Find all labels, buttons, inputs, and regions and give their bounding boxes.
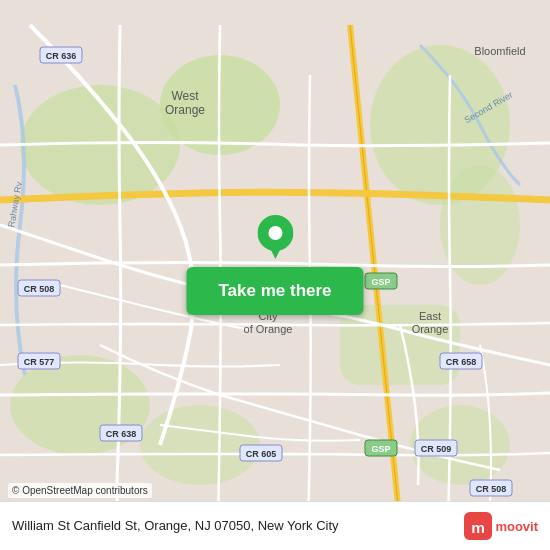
take-me-there-button[interactable]: Take me there bbox=[186, 267, 363, 315]
svg-text:of Orange: of Orange bbox=[244, 323, 293, 335]
svg-rect-5 bbox=[340, 305, 460, 385]
osm-credit: © OpenStreetMap contributors bbox=[8, 483, 152, 498]
svg-text:CR 577: CR 577 bbox=[24, 357, 55, 367]
svg-point-39 bbox=[268, 226, 282, 240]
svg-text:CR 636: CR 636 bbox=[46, 51, 77, 61]
location-panel: William St Canfield St, Orange, NJ 07050… bbox=[0, 501, 550, 550]
svg-text:CR 509: CR 509 bbox=[421, 444, 452, 454]
svg-marker-40 bbox=[267, 243, 283, 259]
svg-text:GSP: GSP bbox=[371, 277, 390, 287]
moovit-text: moovit bbox=[495, 519, 538, 534]
svg-text:Orange: Orange bbox=[165, 103, 205, 117]
location-address: William St Canfield St, Orange, NJ 07050… bbox=[12, 518, 339, 535]
moovit-logo: m moovit bbox=[464, 512, 538, 540]
osm-credit-text: © OpenStreetMap contributors bbox=[12, 485, 148, 496]
location-text-area: William St Canfield St, Orange, NJ 07050… bbox=[12, 518, 464, 535]
svg-text:East: East bbox=[419, 310, 441, 322]
svg-text:West: West bbox=[171, 89, 199, 103]
moovit-logo-icon: m bbox=[464, 512, 492, 540]
svg-text:CR 508: CR 508 bbox=[24, 284, 55, 294]
svg-text:CR 638: CR 638 bbox=[106, 429, 137, 439]
svg-text:Orange: Orange bbox=[412, 323, 449, 335]
svg-text:CR 658: CR 658 bbox=[446, 357, 477, 367]
cta-button-container: Take me there bbox=[186, 215, 363, 315]
map-pin-icon bbox=[257, 215, 293, 263]
svg-text:CR 605: CR 605 bbox=[246, 449, 277, 459]
svg-text:Bloomfield: Bloomfield bbox=[474, 45, 525, 57]
svg-text:CR 508: CR 508 bbox=[476, 484, 507, 494]
svg-text:GSP: GSP bbox=[371, 444, 390, 454]
map-container: CR 636 CR 508 CR 577 CR 638 CR 605 GSP G… bbox=[0, 0, 550, 550]
svg-text:m: m bbox=[472, 519, 486, 536]
